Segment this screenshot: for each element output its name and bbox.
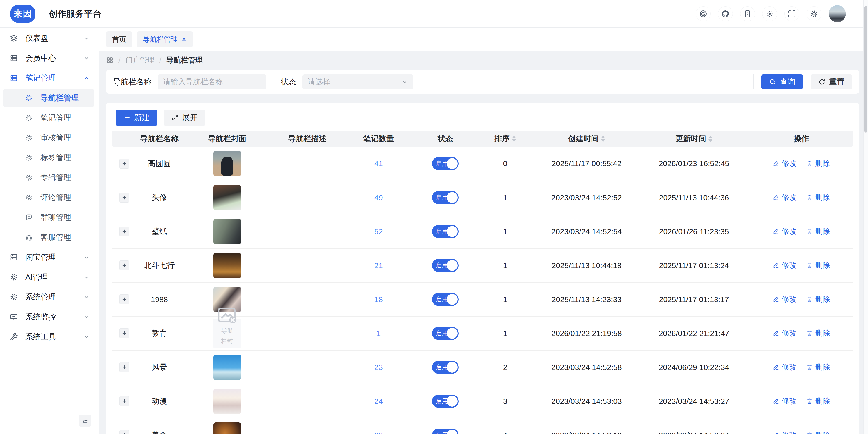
- edit-button[interactable]: 修改: [773, 294, 797, 305]
- sidebar-item-xianbao[interactable]: 闲宝管理: [0, 247, 99, 267]
- row-expand-button[interactable]: [119, 227, 129, 236]
- row-expand-button[interactable]: [119, 430, 129, 434]
- user-avatar[interactable]: [829, 5, 846, 22]
- sort-icon[interactable]: [512, 136, 516, 142]
- scrollbar-thumb[interactable]: [864, 6, 867, 133]
- edit-button[interactable]: 修改: [773, 158, 797, 169]
- status-toggle[interactable]: 启用: [432, 191, 459, 204]
- sort-icon[interactable]: [601, 136, 605, 142]
- sidebar-item-system-management[interactable]: 系统管理: [0, 287, 99, 307]
- edit-button[interactable]: 修改: [773, 226, 797, 236]
- note-count-link[interactable]: 1: [377, 329, 381, 338]
- row-expand-button[interactable]: [119, 260, 129, 270]
- apps-grid-icon[interactable]: [106, 57, 114, 64]
- row-updated: 2026/01/26 11:23:35: [659, 227, 729, 236]
- cover-image[interactable]: [213, 253, 241, 278]
- sidebar-collapse-button[interactable]: [79, 414, 91, 427]
- status-toggle[interactable]: 启用: [432, 361, 459, 374]
- note-count-link[interactable]: 23: [374, 363, 383, 372]
- cover-image[interactable]: [213, 388, 241, 414]
- settings-icon[interactable]: [807, 6, 822, 21]
- status-toggle[interactable]: 启用: [432, 157, 459, 170]
- toggle-knob: [447, 260, 458, 271]
- edit-button[interactable]: 修改: [773, 396, 797, 406]
- row-expand-button[interactable]: [119, 362, 129, 372]
- close-icon[interactable]: [181, 36, 187, 42]
- delete-button[interactable]: 删除: [806, 226, 830, 236]
- create-button[interactable]: 新建: [116, 110, 157, 126]
- reset-button[interactable]: 重置: [811, 75, 852, 89]
- note-count-link[interactable]: 18: [374, 295, 383, 303]
- cover-image[interactable]: [213, 219, 241, 244]
- gear-icon: [10, 293, 18, 301]
- delete-button[interactable]: 删除: [806, 328, 830, 338]
- sidebar-item-ai[interactable]: AI管理: [0, 267, 99, 287]
- expand-button[interactable]: 展开: [164, 110, 205, 126]
- row-expand-button[interactable]: [119, 396, 129, 406]
- page-scrollbar[interactable]: [864, 0, 868, 434]
- sidebar-item-navbar-management[interactable]: 导航栏管理: [3, 89, 94, 107]
- header-sort[interactable]: 排序: [476, 131, 535, 147]
- sidebar-item-groupchat-management[interactable]: 群聊管理: [0, 207, 99, 227]
- breadcrumb-current: 导航栏管理: [166, 55, 203, 65]
- edit-button[interactable]: 修改: [773, 430, 797, 434]
- sidebar-item-system-tools[interactable]: 系统工具: [0, 327, 99, 347]
- note-count-link[interactable]: 21: [374, 261, 383, 270]
- header-updated[interactable]: 更新时间: [639, 131, 749, 147]
- note-count-link[interactable]: 22: [374, 431, 383, 434]
- header-created[interactable]: 创建时间: [535, 131, 639, 147]
- sidebar-item-system-monitor[interactable]: 系统监控: [0, 307, 99, 327]
- status-toggle[interactable]: 启用: [432, 327, 459, 340]
- theme-icon[interactable]: [762, 6, 777, 21]
- gitee-icon[interactable]: [696, 6, 711, 21]
- delete-button[interactable]: 删除: [806, 260, 830, 270]
- delete-button[interactable]: 删除: [806, 192, 830, 203]
- row-expand-button[interactable]: [119, 294, 129, 305]
- status-toggle[interactable]: 启用: [432, 429, 459, 434]
- github-icon[interactable]: [718, 6, 733, 21]
- fullscreen-icon[interactable]: [784, 6, 799, 21]
- tab-home[interactable]: 首页: [106, 31, 132, 47]
- sort-icon[interactable]: [708, 136, 712, 142]
- note-count-link[interactable]: 52: [374, 227, 383, 236]
- edit-button[interactable]: 修改: [773, 328, 797, 338]
- broken-cover-placeholder[interactable]: 导航 栏封: [213, 319, 241, 348]
- search-button[interactable]: 查询: [761, 75, 803, 89]
- status-toggle[interactable]: 启用: [432, 259, 459, 272]
- delete-button[interactable]: 删除: [806, 294, 830, 305]
- edit-button[interactable]: 修改: [773, 192, 797, 203]
- sidebar-item-comment-management[interactable]: 评论管理: [0, 187, 99, 207]
- note-count-link[interactable]: 41: [374, 159, 383, 168]
- sidebar-item-tag-management[interactable]: 标签管理: [0, 148, 99, 168]
- delete-button[interactable]: 删除: [806, 362, 830, 372]
- delete-button[interactable]: 删除: [806, 158, 830, 169]
- delete-button[interactable]: 删除: [806, 430, 830, 434]
- sidebar-item-members[interactable]: 会员中心: [0, 48, 99, 68]
- sidebar-item-note-management[interactable]: 笔记管理: [0, 108, 99, 128]
- sidebar-item-notes[interactable]: 笔记管理: [0, 68, 99, 88]
- cover-image[interactable]: [213, 185, 241, 210]
- note-count-link[interactable]: 49: [374, 193, 383, 202]
- row-expand-button[interactable]: [119, 328, 129, 338]
- edit-button[interactable]: 修改: [773, 260, 797, 270]
- document-icon[interactable]: [740, 6, 755, 21]
- cover-image[interactable]: [213, 151, 241, 176]
- row-expand-button[interactable]: [119, 193, 129, 203]
- sidebar-item-support-management[interactable]: 客服管理: [0, 227, 99, 247]
- status-select[interactable]: 请选择: [303, 75, 413, 89]
- tab-navbar-management[interactable]: 导航栏管理: [137, 31, 193, 47]
- status-toggle[interactable]: 启用: [432, 225, 459, 238]
- note-count-link[interactable]: 24: [374, 397, 383, 405]
- breadcrumb-item[interactable]: 门户管理: [125, 55, 154, 65]
- status-toggle[interactable]: 启用: [432, 395, 459, 408]
- edit-button[interactable]: 修改: [773, 362, 797, 372]
- delete-button[interactable]: 删除: [806, 396, 830, 406]
- sidebar-item-dashboard[interactable]: 仪表盘: [0, 28, 99, 48]
- navbar-name-input[interactable]: 请输入导航栏名称: [158, 75, 266, 89]
- sidebar-item-review-management[interactable]: 审核管理: [0, 128, 99, 148]
- sidebar-item-album-management[interactable]: 专辑管理: [0, 168, 99, 187]
- row-expand-button[interactable]: [119, 158, 129, 169]
- cover-image[interactable]: [213, 423, 241, 434]
- status-toggle[interactable]: 启用: [432, 293, 459, 306]
- cover-image[interactable]: [213, 354, 241, 380]
